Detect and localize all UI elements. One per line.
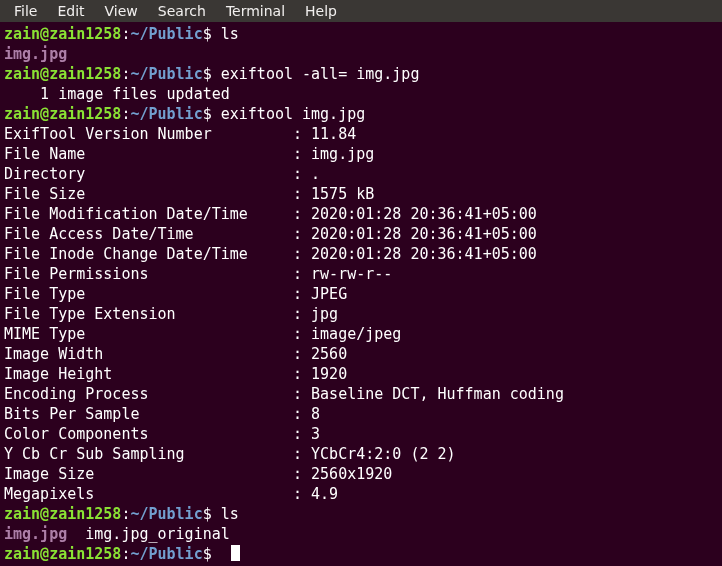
- output-line: File Type Extension : jpg: [4, 304, 718, 324]
- prompt-sigil: $: [203, 65, 212, 83]
- menu-help[interactable]: Help: [295, 0, 347, 23]
- terminal-area[interactable]: zain@zain1258:~/Public$ lsimg.jpgzain@za…: [0, 22, 722, 566]
- file-highlighted: img.jpg: [4, 525, 67, 543]
- command-text: exiftool img.jpg: [221, 105, 366, 123]
- menu-file[interactable]: File: [4, 0, 47, 23]
- output-line: ExifTool Version Number : 11.84: [4, 124, 718, 144]
- prompt-path: ~/Public: [130, 505, 202, 523]
- prompt-userhost: zain@zain1258: [4, 545, 121, 563]
- file-plain: img.jpg_original: [67, 525, 230, 543]
- prompt-sigil: $: [203, 505, 212, 523]
- output-line: 1 image files updated: [4, 84, 718, 104]
- output-line: File Permissions : rw-rw-r--: [4, 264, 718, 284]
- output-line: img.jpg: [4, 44, 718, 64]
- file-highlighted: img.jpg: [4, 45, 67, 63]
- output-line: img.jpg img.jpg_original: [4, 524, 718, 544]
- prompt-line: zain@zain1258:~/Public$: [4, 544, 718, 564]
- command-text: ls: [221, 505, 239, 523]
- output-line: Megapixels : 4.9: [4, 484, 718, 504]
- prompt-line: zain@zain1258:~/Public$ ls: [4, 504, 718, 524]
- output-line: Color Components : 3: [4, 424, 718, 444]
- menubar: File Edit View Search Terminal Help: [0, 0, 722, 22]
- menu-edit[interactable]: Edit: [47, 0, 94, 23]
- output-line: Y Cb Cr Sub Sampling : YCbCr4:2:0 (2 2): [4, 444, 718, 464]
- output-line: Image Height : 1920: [4, 364, 718, 384]
- prompt-line: zain@zain1258:~/Public$ ls: [4, 24, 718, 44]
- menu-terminal[interactable]: Terminal: [216, 0, 295, 23]
- output-line: File Type : JPEG: [4, 284, 718, 304]
- prompt-userhost: zain@zain1258: [4, 65, 121, 83]
- output-line: File Access Date/Time : 2020:01:28 20:36…: [4, 224, 718, 244]
- prompt-userhost: zain@zain1258: [4, 25, 121, 43]
- menu-search[interactable]: Search: [148, 0, 216, 23]
- output-line: Encoding Process : Baseline DCT, Huffman…: [4, 384, 718, 404]
- output-line: File Inode Change Date/Time : 2020:01:28…: [4, 244, 718, 264]
- prompt-sigil: $: [203, 545, 212, 563]
- output-line: Image Size : 2560x1920: [4, 464, 718, 484]
- command-text: ls: [221, 25, 239, 43]
- output-line: File Size : 1575 kB: [4, 184, 718, 204]
- prompt-path: ~/Public: [130, 545, 202, 563]
- cursor: [231, 545, 240, 561]
- output-line: MIME Type : image/jpeg: [4, 324, 718, 344]
- prompt-userhost: zain@zain1258: [4, 105, 121, 123]
- prompt-path: ~/Public: [130, 25, 202, 43]
- prompt-sigil: $: [203, 105, 212, 123]
- menu-view[interactable]: View: [95, 0, 148, 23]
- prompt-line: zain@zain1258:~/Public$ exiftool -all= i…: [4, 64, 718, 84]
- prompt-userhost: zain@zain1258: [4, 505, 121, 523]
- prompt-line: zain@zain1258:~/Public$ exiftool img.jpg: [4, 104, 718, 124]
- output-line: File Modification Date/Time : 2020:01:28…: [4, 204, 718, 224]
- output-line: File Name : img.jpg: [4, 144, 718, 164]
- output-line: Image Width : 2560: [4, 344, 718, 364]
- command-text: [221, 545, 230, 563]
- output-line: Directory : .: [4, 164, 718, 184]
- prompt-sigil: $: [203, 25, 212, 43]
- prompt-path: ~/Public: [130, 105, 202, 123]
- output-line: Bits Per Sample : 8: [4, 404, 718, 424]
- command-text: exiftool -all= img.jpg: [221, 65, 420, 83]
- prompt-path: ~/Public: [130, 65, 202, 83]
